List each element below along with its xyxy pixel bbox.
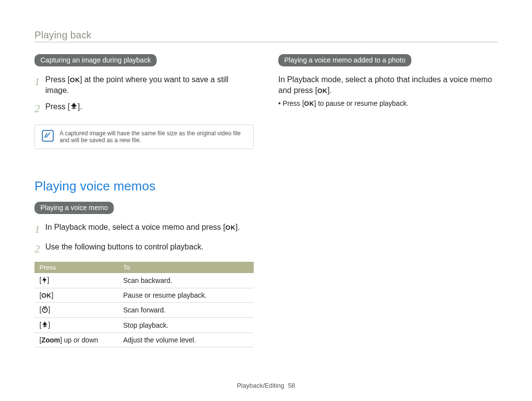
step1-text-pre: Press [ — [45, 75, 70, 84]
pill-voice-memo-photo: Playing a voice memo added to a photo — [278, 54, 411, 66]
to-cell: Adjust the volume level. — [118, 333, 254, 347]
step2-text-post: ]. — [78, 102, 82, 111]
press-cell: [Zoom] up or down — [34, 333, 118, 347]
right-para-pre: In Playback mode, select a photo that in… — [278, 75, 492, 94]
right-column: Playing a voice memo added to a photo In… — [278, 54, 498, 347]
note-text: A captured image will have the same file… — [60, 130, 246, 144]
playback-controls-table: Press To [] Scan backward. [OK] Pause or… — [34, 262, 254, 347]
footer-chapter: Playback/Editing — [237, 382, 284, 389]
to-cell: Scan forward. — [118, 303, 254, 318]
right-para-post: ]. — [328, 86, 332, 94]
to-cell: Pause or resume playback. — [118, 288, 254, 303]
vm-step1-post: ]. — [235, 223, 240, 231]
zoom-label: Zoom — [41, 336, 60, 344]
step-1-capture: 1 Press [OK] at the point where you want… — [34, 74, 254, 96]
right-paragraph: In Playback mode, select a photo that in… — [278, 74, 498, 96]
to-cell: Scan backward. — [118, 273, 254, 288]
self-timer-icon — [41, 306, 48, 314]
note-box: A captured image will have the same file… — [34, 124, 254, 149]
press-cell: [OK] — [34, 288, 118, 303]
step-number: 1 — [34, 74, 45, 96]
right-bullet-pre: • Press [ — [278, 99, 304, 107]
pill-capture-during-playback: Capturing an image during playback — [34, 54, 157, 66]
left-column: Capturing an image during playback 1 Pre… — [34, 54, 254, 347]
ok-icon: OK — [226, 224, 236, 231]
step-2-capture: 2 Press [ ]. — [34, 101, 254, 117]
vm-step2-text: Use the following buttons to control pla… — [45, 242, 254, 257]
table-row: [OK] Pause or resume playback. — [34, 288, 254, 303]
vm-step1-pre: In Playback mode, select a voice memo an… — [45, 223, 226, 231]
note-icon — [42, 130, 54, 142]
press-cell: [] — [34, 303, 118, 318]
section-header: Playing back — [34, 30, 498, 42]
vm-step-1: 1 In Playback mode, select a voice memo … — [34, 222, 254, 237]
ok-icon: OK — [317, 87, 328, 94]
right-bullet: • Press [OK] to pause or resume playback… — [278, 99, 498, 107]
table-row: [Zoom] up or down Adjust the volume leve… — [34, 333, 254, 347]
page-footer: Playback/Editing 58 — [0, 382, 532, 389]
table-header-press: Press — [34, 262, 118, 273]
press-cell: [] — [34, 273, 118, 288]
pill-playing-voice-memo: Playing a voice memo — [34, 202, 114, 214]
step-number: 1 — [34, 222, 45, 237]
flash-icon — [41, 277, 47, 285]
table-row: [] Scan backward. — [34, 273, 254, 288]
press-cell: [] — [34, 318, 118, 333]
zoom-suffix: ] up or down — [60, 336, 98, 344]
ok-icon: OK — [304, 100, 314, 107]
heading-playing-voice-memos: Playing voice memos — [34, 179, 254, 194]
table-header-to: To — [118, 262, 254, 273]
step2-text-pre: Press [ — [45, 102, 70, 111]
table-row: [] Scan forward. — [34, 303, 254, 318]
vm-step-2: 2 Use the following buttons to control p… — [34, 242, 254, 257]
macro-flower-icon — [41, 321, 48, 330]
step-number: 2 — [34, 101, 45, 117]
footer-page-number: 58 — [288, 382, 295, 389]
ok-icon: OK — [41, 292, 52, 299]
right-bullet-post: ] to pause or resume playback. — [314, 99, 408, 107]
macro-flower-icon — [70, 102, 78, 113]
to-cell: Stop playback. — [118, 318, 254, 333]
step-number: 2 — [34, 242, 45, 257]
table-row: [] Stop playback. — [34, 318, 254, 333]
ok-icon: OK — [70, 76, 80, 84]
